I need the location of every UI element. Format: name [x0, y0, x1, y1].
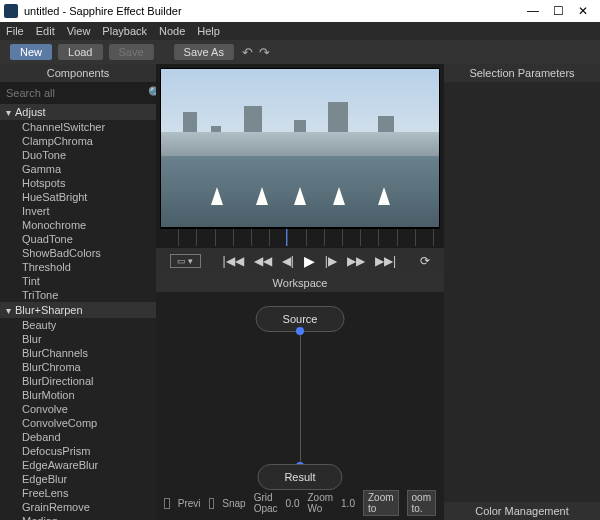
frame-back-icon[interactable]: ◀|	[282, 254, 294, 268]
tree-item[interactable]: Invert	[0, 204, 156, 218]
gridopac-value[interactable]: 0.0	[286, 498, 300, 509]
timeline[interactable]	[160, 228, 440, 246]
menu-node[interactable]: Node	[159, 25, 185, 37]
components-panel: Components 🔍 ↓↑ Adjust ChannelSwitcherCl…	[0, 64, 156, 520]
zoomto-button[interactable]: Zoom to	[363, 490, 399, 516]
tree-item[interactable]: Threshold	[0, 260, 156, 274]
component-tree: Adjust ChannelSwitcherClampChromaDuoTone…	[0, 104, 156, 520]
tree-item[interactable]: BlurChannels	[0, 346, 156, 360]
tree-item[interactable]: Beauty	[0, 318, 156, 332]
tree-item[interactable]: BlurDirectional	[0, 374, 156, 388]
tree-item[interactable]: ConvolveComp	[0, 416, 156, 430]
preview-viewport[interactable]	[160, 68, 440, 228]
tree-item[interactable]: Deband	[0, 430, 156, 444]
app-icon	[4, 4, 18, 18]
node-wire	[300, 332, 301, 464]
maximize-icon[interactable]: ☐	[553, 4, 564, 18]
tree-item[interactable]: DefocusPrism	[0, 444, 156, 458]
step-fwd-icon[interactable]: ▶▶	[347, 254, 365, 268]
new-button[interactable]: New	[10, 44, 52, 60]
search-input[interactable]	[6, 87, 144, 99]
components-header: Components	[0, 64, 156, 82]
toolbar: New Load Save Save As ↶ ↷	[0, 40, 600, 64]
snap-label: Snap	[222, 498, 245, 509]
zoomwo-label: Zoom Wo	[308, 492, 334, 514]
tree-item[interactable]: Gamma	[0, 162, 156, 176]
node-result[interactable]: Result	[257, 464, 342, 490]
workspace-footer: Previ Snap Grid Opac 0.0 Zoom Wo 1.0 Zoo…	[156, 490, 444, 516]
color-mgmt-header: Color Management	[444, 502, 600, 520]
step-back-icon[interactable]: ◀◀	[254, 254, 272, 268]
zoomwo-value[interactable]: 1.0	[341, 498, 355, 509]
loop-icon[interactable]: ⟳	[420, 254, 430, 268]
tree-item[interactable]: Monochrome	[0, 218, 156, 232]
tree-item[interactable]: Blur	[0, 332, 156, 346]
close-icon[interactable]: ✕	[578, 4, 588, 18]
center-area: ▭ ▾ |◀◀ ◀◀ ◀| ▶ |▶ ▶▶ ▶▶| ⟳ Workspace So…	[156, 64, 444, 520]
menu-file[interactable]: File	[6, 25, 24, 37]
goto-start-icon[interactable]: |◀◀	[223, 254, 244, 268]
port-source-out[interactable]	[296, 327, 304, 335]
tree-item[interactable]: EdgeAwareBlur	[0, 458, 156, 472]
category-adjust[interactable]: Adjust	[0, 104, 156, 120]
tree-item[interactable]: Convolve	[0, 402, 156, 416]
minimize-icon[interactable]: —	[527, 4, 539, 18]
tree-item[interactable]: HueSatBright	[0, 190, 156, 204]
tree-item[interactable]: ClampChroma	[0, 134, 156, 148]
menu-view[interactable]: View	[67, 25, 91, 37]
window-title: untitled - Sapphire Effect Builder	[24, 5, 182, 17]
transport-bar: ▭ ▾ |◀◀ ◀◀ ◀| ▶ |▶ ▶▶ ▶▶| ⟳	[156, 248, 444, 274]
undo-icon[interactable]: ↶	[242, 45, 253, 60]
category-blur-sharpen[interactable]: Blur+Sharpen	[0, 302, 156, 318]
tree-item[interactable]: TriTone	[0, 288, 156, 302]
preview-label: Previ	[178, 498, 201, 509]
tree-item[interactable]: ShowBadColors	[0, 246, 156, 260]
preview-checkbox[interactable]	[164, 498, 170, 509]
tree-item[interactable]: GrainRemove	[0, 500, 156, 514]
gridopac-label: Grid Opac	[254, 492, 278, 514]
load-button[interactable]: Load	[58, 44, 102, 60]
tree-item[interactable]: Tint	[0, 274, 156, 288]
tree-item[interactable]: BlurChroma	[0, 360, 156, 374]
tree-item[interactable]: EdgeBlur	[0, 472, 156, 486]
oomto-button[interactable]: oom to.	[407, 490, 436, 516]
menu-edit[interactable]: Edit	[36, 25, 55, 37]
menu-help[interactable]: Help	[197, 25, 220, 37]
tree-item[interactable]: QuadTone	[0, 232, 156, 246]
tree-item[interactable]: DuoTone	[0, 148, 156, 162]
goto-end-icon[interactable]: ▶▶|	[375, 254, 396, 268]
loop-mode[interactable]: ▭ ▾	[170, 254, 201, 268]
frame-fwd-icon[interactable]: |▶	[325, 254, 337, 268]
workspace-canvas[interactable]: Source Result Previ Snap Grid Opac 0.0 Z…	[156, 292, 444, 520]
tree-item[interactable]: FreeLens	[0, 486, 156, 500]
play-icon[interactable]: ▶	[304, 253, 315, 269]
save-button[interactable]: Save	[109, 44, 154, 60]
tree-item[interactable]: BlurMotion	[0, 388, 156, 402]
tree-item[interactable]: ChannelSwitcher	[0, 120, 156, 134]
right-panel: Selection Parameters Color Management	[444, 64, 600, 520]
tree-item[interactable]: Median	[0, 514, 156, 520]
redo-icon[interactable]: ↷	[259, 45, 270, 60]
tree-item[interactable]: Hotspots	[0, 176, 156, 190]
titlebar: untitled - Sapphire Effect Builder — ☐ ✕	[0, 0, 600, 22]
menu-playback[interactable]: Playback	[102, 25, 147, 37]
snap-checkbox[interactable]	[209, 498, 215, 509]
menubar: File Edit View Playback Node Help	[0, 22, 600, 40]
workspace-header: Workspace	[156, 274, 444, 292]
selection-params-header: Selection Parameters	[444, 64, 600, 82]
saveas-button[interactable]: Save As	[174, 44, 234, 60]
